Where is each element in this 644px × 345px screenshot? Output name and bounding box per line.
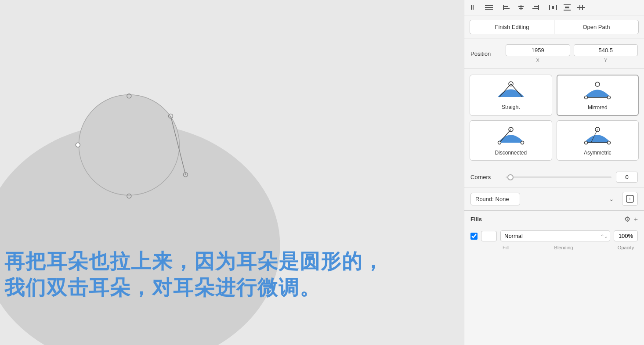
canvas-area[interactable]: 再把耳朵也拉上来，因为耳朵是圆形的， 我们双击耳朵，对耳朵进行微调。 [0, 0, 464, 345]
toolbar-sep-1 [498, 4, 498, 11]
corners-input[interactable] [616, 172, 638, 183]
svg-point-37 [608, 96, 611, 99]
node-type-asymmetric[interactable]: Asymmetric [557, 120, 639, 161]
right-panel: Finish Editing Open Path Position X Y [464, 0, 644, 345]
svg-rect-29 [579, 5, 580, 10]
fills-add-button[interactable]: + [634, 216, 638, 223]
fill-blending-select[interactable]: Normal Multiply Screen Overlay [500, 230, 610, 241]
fills-settings-button[interactable]: ⚙ [624, 215, 630, 223]
svg-point-2 [127, 94, 131, 98]
asymmetric-icon [580, 125, 615, 147]
round-section: Round: None Round: All Round: Custom + [464, 187, 644, 211]
disconnected-label: Disconnected [495, 150, 527, 156]
toolbar-sep-2 [544, 4, 544, 11]
position-y-field: Y [574, 44, 638, 63]
position-x-field: X [506, 44, 570, 63]
fill-checkbox[interactable] [470, 233, 478, 240]
fill-blending-wrapper: Normal Multiply Screen Overlay [500, 230, 610, 241]
toolbar-icon-align-left[interactable] [501, 3, 513, 12]
toolbar-icon-list[interactable] [483, 3, 495, 12]
toolbar-icon-more[interactable] [575, 3, 587, 12]
fills-actions: ⚙ + [624, 215, 638, 223]
action-buttons-row: Finish Editing Open Path [464, 15, 644, 39]
node-type-mirrored[interactable]: Mirrored [557, 75, 639, 116]
svg-point-44 [585, 141, 588, 144]
node-type-disconnected[interactable]: Disconnected [470, 120, 552, 161]
svg-point-4 [169, 114, 173, 119]
finish-editing-button[interactable]: Finish Editing [470, 20, 554, 34]
straight-icon [493, 79, 528, 101]
mirrored-icon [580, 80, 615, 102]
straight-label: Straight [502, 104, 520, 110]
svg-point-41 [521, 141, 524, 144]
position-x-input[interactable] [506, 44, 570, 56]
toolbar-icon-distribute-v[interactable] [561, 3, 573, 12]
svg-rect-30 [582, 5, 583, 10]
svg-rect-16 [521, 5, 521, 10]
fill-opacity-input[interactable] [614, 230, 638, 241]
fills-section: Fills ⚙ + Normal Multiply Screen Overlay [464, 211, 644, 255]
svg-point-0 [0, 123, 280, 345]
svg-point-40 [498, 141, 501, 144]
corners-section: Corners [464, 167, 644, 187]
corners-label: Corners [470, 174, 501, 180]
svg-rect-24 [552, 6, 554, 9]
svg-rect-14 [504, 6, 508, 7]
svg-rect-12 [485, 9, 493, 10]
open-path-button[interactable]: Open Path [554, 20, 639, 34]
toolbar-icon-columns[interactable] [469, 3, 481, 12]
fill-col-label-fill: Fill [498, 245, 514, 250]
svg-rect-19 [538, 5, 539, 10]
svg-rect-13 [503, 5, 504, 10]
svg-rect-26 [564, 10, 571, 11]
position-y-input[interactable] [574, 44, 638, 56]
svg-rect-9 [473, 5, 474, 10]
svg-point-7 [127, 194, 131, 198]
node-type-grid: Straight Mirrored [470, 75, 639, 161]
svg-rect-10 [485, 5, 493, 6]
round-icon-button[interactable]: + [622, 192, 638, 206]
fills-title: Fills [470, 216, 482, 223]
svg-point-5 [183, 172, 188, 177]
position-fields: X Y [506, 44, 638, 63]
round-rect-icon: + [626, 194, 634, 203]
mirrored-label: Mirrored [588, 104, 608, 111]
svg-rect-17 [518, 6, 524, 7]
svg-rect-18 [519, 8, 523, 9]
round-select-wrapper: Round: None Round: All Round: Custom [470, 193, 619, 205]
svg-rect-15 [504, 8, 510, 9]
toolbar-icon-distribute-h[interactable] [547, 3, 559, 12]
fill-col-label-opacity: Opacity [614, 245, 638, 250]
node-type-straight[interactable]: Straight [470, 75, 552, 116]
svg-rect-20 [534, 6, 538, 7]
svg-line-3 [171, 116, 186, 174]
toolbar-icon-align-right[interactable] [529, 3, 541, 12]
toolbar-icon-align-center[interactable] [515, 3, 527, 12]
svg-point-45 [608, 141, 611, 144]
corners-thumb[interactable] [507, 174, 514, 180]
svg-point-36 [585, 96, 588, 99]
svg-rect-22 [549, 5, 550, 10]
corners-slider[interactable] [506, 176, 611, 178]
svg-rect-27 [565, 7, 569, 8]
svg-rect-8 [471, 5, 472, 10]
svg-rect-28 [577, 7, 585, 8]
canvas-text: 再把耳朵也拉上来，因为耳朵是圆形的， 我们双击耳朵，对耳朵进行微调。 [4, 248, 384, 301]
fill-color-swatch[interactable] [481, 231, 497, 241]
fills-header: Fills ⚙ + [470, 215, 638, 223]
position-y-label: Y [604, 58, 607, 63]
position-label: Position [470, 50, 501, 57]
position-x-label: X [536, 58, 539, 63]
round-select[interactable]: Round: None Round: All Round: Custom [470, 193, 520, 205]
disconnected-icon [493, 125, 528, 147]
svg-point-34 [595, 82, 600, 86]
panel-toolbar [464, 0, 644, 15]
svg-rect-11 [485, 7, 493, 8]
svg-point-1 [79, 95, 179, 195]
fill-row: Normal Multiply Screen Overlay [470, 228, 638, 244]
svg-rect-23 [556, 5, 557, 10]
position-section: Position X Y [464, 39, 644, 68]
svg-rect-21 [532, 8, 538, 9]
svg-text:+: + [629, 197, 631, 201]
svg-point-6 [76, 143, 80, 147]
